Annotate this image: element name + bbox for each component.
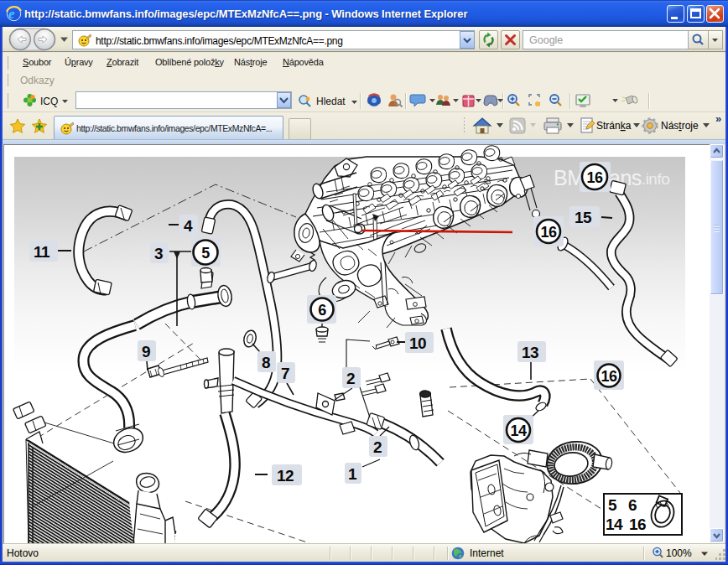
svg-text:9: 9 bbox=[142, 343, 150, 360]
svg-text:14: 14 bbox=[510, 422, 527, 439]
svg-text:11: 11 bbox=[34, 243, 50, 261]
svg-text:»: » bbox=[715, 112, 721, 125]
svg-text:6: 6 bbox=[318, 302, 326, 319]
svg-text:8: 8 bbox=[262, 354, 270, 371]
svg-text:13: 13 bbox=[522, 344, 538, 361]
svg-text:16: 16 bbox=[601, 368, 617, 385]
svg-text:12: 12 bbox=[277, 467, 294, 485]
svg-text:1: 1 bbox=[348, 465, 357, 483]
svg-text:16: 16 bbox=[586, 169, 603, 186]
svg-text:16: 16 bbox=[540, 224, 557, 241]
svg-text:5: 5 bbox=[608, 496, 617, 514]
svg-text:2: 2 bbox=[373, 438, 382, 456]
svg-text:4: 4 bbox=[184, 217, 193, 235]
svg-text:5: 5 bbox=[201, 245, 210, 262]
svg-text:7: 7 bbox=[281, 365, 289, 382]
svg-text:14: 14 bbox=[606, 516, 623, 533]
svg-text:Nástroje: Nástroje bbox=[661, 120, 699, 132]
svg-text:2: 2 bbox=[346, 370, 355, 387]
svg-text:15: 15 bbox=[575, 209, 592, 226]
svg-text:6: 6 bbox=[628, 496, 637, 514]
svg-text:3: 3 bbox=[154, 245, 163, 262]
svg-text:10: 10 bbox=[409, 334, 426, 352]
svg-text:16: 16 bbox=[629, 516, 646, 533]
